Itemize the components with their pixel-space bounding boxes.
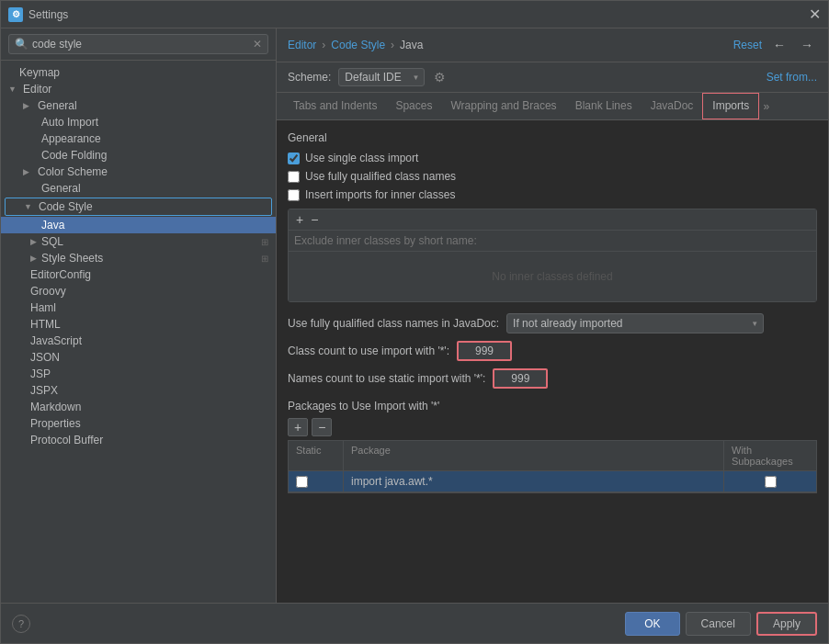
col-static: Static — [289, 441, 344, 470]
row-subpackages-checkbox[interactable] — [765, 476, 777, 488]
code-style-collapse-icon: ▼ — [24, 202, 35, 211]
sidebar-item-color-scheme[interactable]: ▶ Color Scheme — [1, 164, 276, 180]
breadcrumb-java: Java — [400, 39, 423, 51]
tab-overflow-button[interactable]: » — [759, 95, 773, 119]
sidebar-item-properties[interactable]: Properties — [1, 415, 276, 432]
sidebar-item-groovy[interactable]: Groovy — [1, 283, 276, 299]
class-count-input[interactable] — [457, 341, 512, 361]
appearance-label: Appearance — [41, 132, 101, 145]
back-button[interactable]: ← — [769, 36, 789, 54]
scheme-gear-button[interactable]: ⚙ — [432, 68, 448, 86]
breadcrumb-editor[interactable]: Editor — [288, 39, 316, 51]
editor-label: Editor — [23, 83, 51, 96]
sidebar-item-color-general[interactable]: General — [1, 180, 276, 197]
sidebar-item-javascript[interactable]: JavaScript — [1, 333, 276, 349]
sidebar-item-style-sheets[interactable]: ▶ Style Sheets ⊞ — [1, 250, 276, 266]
qualified-select[interactable]: If not already imported Always Never — [506, 313, 764, 333]
general-collapse-icon: ▶ — [23, 101, 34, 110]
use-single-import-checkbox[interactable] — [288, 153, 300, 164]
use-single-import-row[interactable]: Use single class import — [288, 152, 817, 164]
breadcrumb-sep-2: › — [391, 39, 394, 51]
exclude-remove-button[interactable]: − — [309, 213, 320, 226]
sidebar-item-sql[interactable]: ▶ SQL ⊞ — [1, 233, 276, 250]
tab-imports[interactable]: Imports — [702, 93, 759, 119]
set-from-button[interactable]: Set from... — [767, 71, 817, 84]
sidebar-item-jspx[interactable]: JSPX — [1, 382, 276, 399]
packages-remove-button[interactable]: − — [312, 418, 332, 436]
sidebar-item-markdown[interactable]: Markdown — [1, 399, 276, 415]
breadcrumb-code-style[interactable]: Code Style — [331, 39, 385, 51]
jsp-label: JSP — [30, 367, 51, 380]
search-wrapper: 🔍 ✕ — [8, 34, 268, 54]
class-count-row: Class count to use import with '*': — [288, 341, 817, 361]
sidebar-item-editor[interactable]: ▼ Editor — [1, 81, 276, 97]
sidebar-item-code-style[interactable]: ▼ Code Style — [5, 198, 272, 216]
qualified-label: Use fully qualified class names in JavaD… — [288, 317, 499, 330]
insert-imports-inner-checkbox[interactable] — [288, 189, 300, 201]
reset-button[interactable]: Reset — [733, 39, 762, 51]
row-static-checkbox[interactable] — [296, 476, 308, 488]
exclude-toolbar: + − — [289, 209, 816, 231]
sidebar-item-general[interactable]: ▶ General — [1, 97, 276, 114]
cancel-button[interactable]: Cancel — [686, 612, 751, 636]
sidebar-item-haml[interactable]: Haml — [1, 299, 276, 316]
breadcrumb-sep-1: › — [322, 39, 325, 51]
tab-tabs-and-indents[interactable]: Tabs and Indents — [284, 94, 386, 119]
names-count-input[interactable] — [493, 368, 548, 389]
forward-button[interactable]: → — [797, 36, 817, 54]
use-fully-qualified-label: Use fully qualified class names — [305, 170, 456, 183]
sidebar: 🔍 ✕ Keymap ▼ Editor ▶ — [1, 28, 277, 603]
apply-button[interactable]: Apply — [756, 612, 817, 636]
sidebar-item-auto-import[interactable]: Auto Import — [1, 114, 276, 130]
markdown-label: Markdown — [30, 401, 81, 413]
search-clear-button[interactable]: ✕ — [253, 38, 262, 51]
sidebar-item-json[interactable]: JSON — [1, 349, 276, 366]
breadcrumb: Editor › Code Style › Java — [288, 39, 423, 51]
keymap-label: Keymap — [19, 66, 60, 79]
table-header: Static Package With Subpackages — [289, 441, 816, 471]
sidebar-item-java[interactable]: Java — [1, 217, 276, 233]
td-with-subpackages — [724, 471, 816, 491]
sidebar-item-html[interactable]: HTML — [1, 316, 276, 333]
html-label: HTML — [30, 318, 61, 331]
scheme-select[interactable]: Default IDE — [338, 68, 425, 86]
close-button[interactable]: ✕ — [809, 7, 821, 22]
sidebar-item-code-folding[interactable]: Code Folding — [1, 147, 276, 164]
packages-add-button[interactable]: + — [288, 418, 308, 436]
general-label: General — [38, 99, 77, 112]
json-label: JSON — [30, 351, 60, 364]
groovy-label: Groovy — [30, 285, 66, 298]
use-fully-qualified-checkbox[interactable] — [288, 171, 300, 183]
sidebar-item-keymap[interactable]: Keymap — [1, 64, 276, 81]
help-button[interactable]: ? — [12, 615, 30, 633]
search-icon: 🔍 — [15, 38, 28, 51]
ok-button[interactable]: OK — [625, 612, 679, 636]
imports-panel: General Use single class import Use full… — [277, 120, 828, 603]
sidebar-item-editor-config[interactable]: EditorConfig — [1, 266, 276, 283]
tab-blank-lines[interactable]: Blank Lines — [566, 94, 642, 119]
search-input[interactable] — [32, 38, 249, 51]
color-scheme-label: Color Scheme — [38, 165, 108, 178]
table-row[interactable]: import java.awt.* — [289, 471, 816, 492]
insert-imports-inner-row[interactable]: Insert imports for inner classes — [288, 188, 817, 201]
exclude-input[interactable] — [289, 231, 816, 251]
tab-spaces[interactable]: Spaces — [386, 94, 441, 119]
sidebar-item-protocol-buffer[interactable]: Protocol Buffer — [1, 432, 276, 448]
scheme-bar: Scheme: Default IDE ⚙ Set from... — [277, 62, 828, 93]
code-folding-label: Code Folding — [41, 149, 107, 162]
exclude-add-button[interactable]: + — [294, 213, 305, 226]
row-package-value: import java.awt.* — [351, 475, 433, 488]
haml-label: Haml — [30, 301, 56, 314]
tab-javadoc[interactable]: JavaDoc — [642, 94, 703, 119]
jspx-label: JSPX — [30, 384, 58, 397]
names-count-label: Names count to use static import with '*… — [288, 372, 485, 385]
titlebar-left: ⚙ Settings — [8, 7, 68, 22]
code-style-label: Code Style — [39, 200, 93, 213]
sidebar-item-jsp[interactable]: JSP — [1, 366, 276, 382]
packages-toolbar: + − — [288, 418, 817, 436]
use-fully-qualified-row[interactable]: Use fully qualified class names — [288, 170, 817, 183]
tab-wrapping-and-braces[interactable]: Wrapping and Braces — [441, 94, 565, 119]
sidebar-item-appearance[interactable]: Appearance — [1, 130, 276, 147]
scheme-select-wrapper: Default IDE — [338, 68, 425, 86]
col-package: Package — [344, 441, 724, 470]
